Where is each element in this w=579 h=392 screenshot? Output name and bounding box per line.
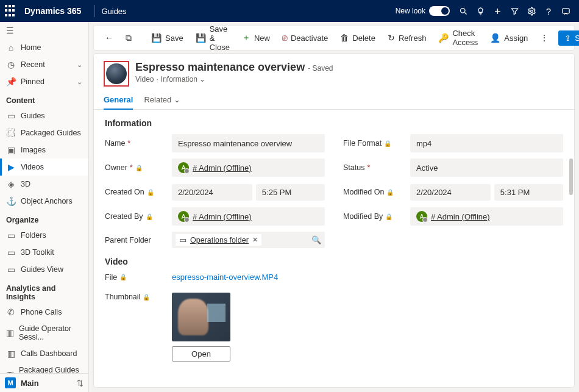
nav-section-organize: Organize [0,210,88,227]
anchor-icon: ⚓ [6,196,16,206]
avatar: A [178,162,189,173]
clock-icon: ◷ [6,60,16,69]
avatar: A [416,211,427,222]
file-link[interactable]: espresso-maint-overview.MP4 [172,273,278,282]
field-createdby: Created By 🔒 A# Admin (Offline) [105,207,325,226]
nav-recent[interactable]: ◷ Recent ⌄ [0,56,88,73]
app-launcher-icon[interactable] [5,5,17,17]
header-divider [94,5,95,17]
lock-icon: 🔒 [135,165,143,171]
delete-button[interactable]: 🗑Delete [335,30,380,45]
share-icon: ⇪ [564,34,571,43]
thumbnail-image[interactable] [172,293,230,341]
view-icon: ▭ [6,265,16,274]
name-input[interactable]: Espresso maintenance overview [172,134,325,152]
person-icon: 👤 [490,33,500,43]
owner-value[interactable]: A# Admin (Offline) [172,159,325,177]
nav-packaged-op[interactable]: ▥Packaged Guides Op... [0,362,88,373]
section-video: Video [94,248,574,273]
popout-icon: ⧉ [126,33,132,43]
chart-icon: ▥ [6,328,14,338]
tab-related[interactable]: Related⌄ [144,93,180,109]
save-close-icon: 💾 [196,33,206,43]
parent-folder-lookup[interactable]: ▭ Operations folder ✕ 🔍 [172,232,325,248]
toggle-switch-icon[interactable] [429,6,450,16]
main-content: ← ⧉ 💾Save 💾Save & Close ＋New ⎚Deactivate… [89,22,579,392]
section-information: Information [94,110,574,134]
lock-icon: 🔒 [386,189,394,196]
plus-icon: ＋ [242,32,250,43]
fileformat-value: mp4 [410,134,563,152]
open-button[interactable]: Open [172,346,230,362]
package-icon: ⿴ [6,128,16,138]
assign-button[interactable]: 👤Assign [485,30,533,45]
field-owner: Owner * 🔒 A# Admin (Offline) [105,159,325,177]
overflow-button[interactable]: ⋮ [535,30,553,45]
book-icon: ▭ [6,111,16,121]
save-button[interactable]: 💾Save [146,30,188,45]
modifiedby-value[interactable]: A# Admin (Offline) [410,207,563,226]
nav-packaged-guides[interactable]: ⿴Packaged Guides [0,124,88,141]
nav-section-analytics: Analytics and Insights [0,278,88,304]
more-vertical-icon: ⋮ [540,33,549,43]
status-input[interactable]: Active [410,159,563,177]
nav-phone-calls[interactable]: ✆Phone Calls [0,304,88,321]
refresh-button[interactable]: ↻Refresh [383,30,432,45]
nav-operator-sessions[interactable]: ▥Guide Operator Sessi... [0,321,88,345]
record-form: Espresso maintenance overview - Saved Vi… [94,54,574,387]
check-access-button[interactable]: 🔑Check Access [433,26,483,49]
search-icon[interactable] [455,2,472,20]
lock-icon: 🔒 [146,213,153,220]
gear-icon[interactable] [523,2,540,20]
form-selector[interactable]: Information ⌄ [161,75,205,84]
createdby-value[interactable]: A# Admin (Offline) [172,207,325,226]
svg-line-1 [464,12,466,14]
record-subtitle: Video · Information ⌄ [135,75,333,84]
chat-icon[interactable] [557,2,574,20]
nav-3d[interactable]: ◈3D [0,176,88,193]
nav-object-anchors[interactable]: ⚓Object Anchors [0,193,88,210]
nav-videos[interactable]: ▶Videos [0,159,88,176]
phone-icon: ✆ [6,307,16,317]
nav-guides-view[interactable]: ▭Guides View [0,261,88,278]
lookup-chip[interactable]: ▭ Operations folder ✕ [176,234,261,246]
record-image[interactable] [106,63,127,84]
nav-folders[interactable]: ▭Folders [0,227,88,244]
nav-images[interactable]: ▣Images [0,141,88,159]
chevron-down-icon: ⌄ [77,78,82,86]
share-button[interactable]: ⇪Share⌄ [558,30,579,46]
nav-pinned[interactable]: 📌 Pinned ⌄ [0,73,88,90]
back-button[interactable]: ← [100,30,118,45]
nav-home[interactable]: ⌂ Home [0,39,88,56]
deactivate-button[interactable]: ⎚Deactivate [277,30,333,45]
createdon-value: 2/20/2024 5:25 PM [172,183,325,201]
scrollbar[interactable] [569,159,573,195]
help-icon[interactable]: ? [540,2,557,20]
tab-general[interactable]: General [104,93,133,109]
nav-guides[interactable]: ▭Guides [0,107,88,124]
open-new-window-button[interactable]: ⧉ [121,30,137,46]
field-modifiedon: Modified On 🔒 2/20/2024 5:31 PM [343,183,563,201]
nav-calls-dashboard[interactable]: ▥Calls Dashboard [0,345,88,362]
new-button[interactable]: ＋New [237,30,275,46]
field-status: Status * Active [343,159,563,177]
remove-chip-icon[interactable]: ✕ [252,236,258,244]
nav-label: Recent [21,60,45,69]
collapse-nav-icon[interactable]: ☰ [0,22,88,39]
nav-3d-toolkit[interactable]: ▭3D Toolkit [0,244,88,261]
save-close-button[interactable]: 💾Save & Close [191,22,235,54]
save-icon: 💾 [151,33,162,43]
toolkit-icon: ▭ [6,248,16,257]
filter-icon[interactable] [506,2,523,20]
field-parent-folder: Parent Folder ▭ Operations folder ✕ 🔍 [105,232,325,248]
refresh-icon: ↻ [388,33,395,43]
new-look-toggle[interactable]: New look [396,6,450,16]
chevron-down-icon: ⌄ [77,61,82,69]
lock-icon: 🔒 [385,213,393,220]
plus-icon[interactable] [489,2,506,20]
lightbulb-icon[interactable] [472,2,489,20]
area-badge: M [5,377,16,388]
search-icon[interactable]: 🔍 [311,235,321,244]
field-name: Name * Espresso maintenance overview [105,134,325,152]
area-switcher[interactable]: M Main ⇅ [0,373,88,392]
